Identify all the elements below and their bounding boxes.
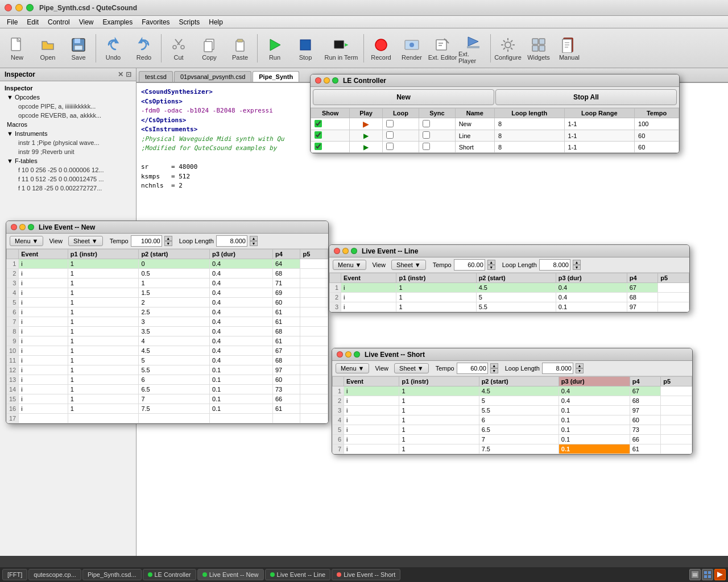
open-button[interactable]: Open	[33, 31, 63, 66]
cut-button[interactable]: Cut	[164, 31, 193, 66]
redo-button[interactable]: Redo	[129, 31, 159, 66]
le-line-sheet-btn[interactable]: Sheet ▼	[391, 260, 426, 270]
render-button[interactable]: Render	[397, 31, 427, 66]
le-short-close-btn[interactable]	[337, 351, 343, 357]
le-new-menu-btn[interactable]: Menu ▼	[10, 236, 43, 246]
le-short-view-btn[interactable]: View	[371, 364, 392, 373]
le-new-close-btn[interactable]	[11, 224, 17, 230]
le-new-tempo-spin[interactable]: ▲▼	[164, 236, 172, 246]
ftables-section[interactable]: ▼ F-tables	[2, 156, 134, 165]
tab-test[interactable]: test.csd	[139, 71, 173, 82]
stop-button[interactable]: Stop	[291, 31, 320, 66]
opcodes-section[interactable]: ▼ Opcodes	[2, 93, 134, 102]
save-button[interactable]: Save	[64, 31, 93, 66]
status-live-event-short[interactable]: Live Event -- Short	[332, 569, 400, 580]
le-short-loop-input[interactable]	[542, 363, 573, 374]
opcode-pipe[interactable]: opcode PIPE, a, iiiiiiikkkkk...	[2, 102, 134, 111]
le-short-menu-btn[interactable]: Menu ▼	[336, 363, 369, 373]
sync-short[interactable]	[419, 142, 455, 153]
le-line-loop-spin[interactable]: ▲▼	[573, 260, 581, 270]
maximize-btn[interactable]	[26, 4, 34, 11]
status-fft[interactable]: [FFT]	[2, 569, 27, 580]
le-controller-maximize-btn[interactable]	[332, 77, 338, 84]
status-qutescope[interactable]: qutescope.cp...	[28, 569, 81, 580]
le-line-menu-btn[interactable]: Menu ▼	[333, 260, 366, 270]
tab-pvsynth[interactable]: 01pvsanal_pvsynth.csd	[174, 71, 251, 82]
cell-p5[interactable]	[300, 259, 328, 269]
inspector-detach-icon[interactable]: ⊡	[126, 70, 131, 78]
menu-scripts[interactable]: Scripts	[175, 17, 205, 27]
configure-button[interactable]: Configure	[493, 31, 523, 66]
minimize-btn[interactable]	[15, 4, 23, 11]
le-line-maximize-btn[interactable]	[351, 248, 357, 254]
status-icon-2[interactable]	[702, 569, 713, 580]
le-controller-minimize-btn[interactable]	[324, 77, 330, 84]
instr-1[interactable]: instr 1 ;Pipe (physical wave...	[2, 138, 134, 147]
le-new-minimize-btn[interactable]	[19, 224, 26, 230]
cell-p3[interactable]: 0.4	[209, 259, 272, 269]
le-new-maximize-btn[interactable]	[28, 224, 34, 230]
le-stop-all-button[interactable]: Stop All	[495, 89, 677, 105]
opcode-reverb[interactable]: opcode REVERB, aa, akkkk...	[2, 111, 134, 120]
le-new-view-btn[interactable]: View	[46, 236, 66, 246]
inspector-close-icon[interactable]: ✕	[118, 70, 123, 78]
copy-button[interactable]: Copy	[195, 31, 224, 66]
le-short-maximize-btn[interactable]	[354, 351, 360, 357]
close-btn[interactable]	[5, 4, 12, 11]
le-short-loop-spin[interactable]: ▲▼	[576, 363, 584, 373]
ext-player-button[interactable]: Ext. Player	[458, 31, 488, 66]
le-short-minimize-btn[interactable]	[345, 351, 351, 357]
le-line-tempo-spin[interactable]: ▲▼	[487, 260, 495, 270]
live-event-new-scroll[interactable]: Event p1 (instr) p2 (start) p3 (dur) p4 …	[6, 249, 328, 423]
le-new-tempo-input[interactable]	[131, 235, 162, 247]
new-button[interactable]: New	[2, 31, 32, 66]
le-short-tempo-input[interactable]	[457, 363, 488, 374]
record-button[interactable]: Record	[366, 31, 396, 66]
status-icon-1[interactable]	[689, 569, 701, 580]
menu-view[interactable]: View	[75, 17, 98, 27]
le-new-sheet-btn[interactable]: Sheet ▼	[68, 236, 103, 246]
cell-p2[interactable]: 0	[139, 259, 210, 269]
le-line-view-btn[interactable]: View	[369, 260, 389, 269]
cell-p1[interactable]: 1	[68, 259, 139, 269]
le-new-loop-spin[interactable]: ▲▼	[250, 236, 258, 246]
play-line[interactable]: ▶	[350, 130, 383, 142]
menu-help[interactable]: Help	[204, 17, 228, 27]
ftable-1[interactable]: f 10 0 256 -25 0 0.000006 12...	[2, 165, 134, 174]
menu-edit[interactable]: Edit	[22, 17, 43, 27]
tab-pipe-synth[interactable]: Pipe_Synth	[253, 71, 299, 82]
play-short[interactable]: ▶	[350, 142, 383, 153]
run-button[interactable]: Run	[260, 31, 289, 66]
status-live-event-new[interactable]: Live Event -- New	[197, 569, 264, 580]
loop-short[interactable]	[382, 142, 419, 153]
show-line[interactable]	[311, 130, 350, 142]
menu-file[interactable]: File	[2, 17, 22, 27]
menu-examples[interactable]: Examples	[98, 17, 138, 27]
menu-favorites[interactable]: Favorites	[137, 17, 174, 27]
macros-section[interactable]: Macros	[2, 120, 134, 129]
status-pipe-synth[interactable]: Pipe_Synth.csd...	[82, 569, 142, 580]
loop-new[interactable]	[382, 118, 419, 130]
ftable-2[interactable]: f 11 0 512 -25 0 0.00012475 ...	[2, 174, 134, 184]
cell-p4[interactable]: 64	[272, 259, 300, 269]
widgets-button[interactable]: Widgets	[524, 31, 553, 66]
le-line-close-btn[interactable]	[334, 248, 340, 254]
le-new-button[interactable]: New	[313, 89, 494, 105]
le-line-loop-input[interactable]	[539, 259, 570, 271]
sync-line[interactable]	[419, 130, 455, 142]
run-in-term-button[interactable]: Run in Term	[321, 31, 361, 66]
instruments-section[interactable]: ▼ Instruments	[2, 129, 134, 138]
status-live-event-line[interactable]: Live Event -- Line	[265, 569, 331, 580]
loop-line[interactable]	[382, 130, 419, 142]
instr-99[interactable]: instr 99 ;Reverb unit	[2, 147, 134, 156]
le-controller-close-btn[interactable]	[315, 77, 321, 84]
le-line-tempo-input[interactable]	[454, 259, 485, 271]
cell-event[interactable]: i	[19, 259, 68, 269]
ftable-3[interactable]: f 1 0 128 -25 0 0.002272727...	[2, 184, 134, 193]
status-icon-3[interactable]	[714, 569, 726, 580]
undo-button[interactable]: Undo	[98, 31, 128, 66]
le-line-minimize-btn[interactable]	[342, 248, 349, 254]
play-new[interactable]: ▶	[350, 118, 383, 130]
show-new[interactable]	[311, 118, 350, 130]
manual-button[interactable]: Manual	[555, 31, 584, 66]
